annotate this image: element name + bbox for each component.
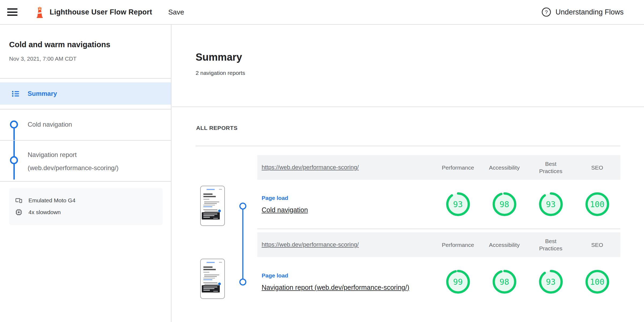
understanding-flows-label: Understanding Flows (555, 8, 624, 16)
score-gauge-accessibility: 98 (492, 269, 517, 294)
flow-header: Cold and warm navigations Nov 3, 2021, 7… (0, 25, 171, 62)
step-type-label: Page load (262, 195, 435, 201)
report-url-link[interactable]: https://web.dev/performance-scoring/ (262, 241, 359, 248)
score-gauge-best-practices: 93 (539, 269, 563, 294)
app-header: Lighthouse User Flow Report Save ? Under… (0, 0, 644, 25)
score-value: 98 (492, 192, 517, 217)
sidebar-divider (0, 140, 171, 141)
flow-timestamp: Nov 3, 2021, 7:00 AM CDT (9, 56, 162, 62)
report-section-cold-navigation: https://web.dev/performance-scoring/ Per… (257, 155, 620, 229)
sidebar-item-cold-navigation[interactable]: Cold navigation (28, 121, 72, 128)
sidebar-item-navigation-report-line2[interactable]: (web.dev/performance-scoring/) (28, 164, 119, 172)
column-header-accessibility: Accessibility (481, 241, 528, 248)
lighthouse-logo-icon (36, 6, 44, 18)
page-subtitle: 2 navigation reports (196, 70, 245, 76)
report-url-header-row: https://web.dev/performance-scoring/ Per… (257, 155, 620, 180)
save-button[interactable]: Save (168, 8, 184, 16)
column-header-best-practices: Best Practices (528, 237, 574, 252)
report-thumbnail (200, 259, 225, 299)
column-header-accessibility: Accessibility (481, 164, 528, 171)
timeline-node (10, 156, 18, 164)
svg-text:?: ? (545, 9, 548, 15)
flow-title: Cold and warm navigations (9, 40, 162, 49)
timeline-connector (13, 128, 15, 157)
report-row: Page load Cold navigation 93 98 93 100 (257, 180, 620, 229)
score-value: 98 (492, 269, 517, 294)
question-mark-circle-icon: ? (541, 7, 551, 17)
all-reports-divider (196, 146, 620, 146)
score-value: 93 (539, 269, 563, 294)
score-value: 93 (539, 192, 563, 217)
score-gauge-accessibility: 98 (492, 192, 517, 217)
report-url-header-row: https://web.dev/performance-scoring/ Per… (257, 232, 620, 257)
column-header-performance: Performance (435, 241, 481, 248)
all-reports-heading: ALL REPORTS (196, 125, 237, 131)
sidebar-item-navigation-report-line1[interactable]: Navigation report (28, 151, 77, 159)
page-title: Summary (196, 52, 242, 63)
sidebar-item-summary-label: Summary (28, 90, 57, 97)
sidebar-divider (0, 109, 171, 109)
report-name-link[interactable]: Navigation report (web.dev/performance-s… (262, 284, 409, 291)
devices-icon (15, 197, 23, 204)
list-icon (11, 89, 20, 98)
app-title: Lighthouse User Flow Report (50, 8, 152, 16)
score-value: 93 (446, 192, 470, 217)
sidebar-divider (0, 78, 171, 79)
column-header-best-practices: Best Practices (528, 160, 574, 175)
sidebar: Cold and warm navigations Nov 3, 2021, 7… (0, 25, 171, 322)
sidebar-divider (0, 181, 171, 182)
score-gauge-seo: 100 (585, 269, 610, 294)
section-divider (172, 107, 644, 107)
cpu-chip-icon (15, 208, 23, 216)
timeline-node (239, 279, 246, 286)
hamburger-menu-icon[interactable] (7, 8, 18, 16)
device-label: Emulated Moto G4 (28, 197, 75, 204)
score-value: 100 (585, 192, 610, 217)
understanding-flows-button[interactable]: ? Understanding Flows (541, 7, 624, 17)
score-gauge-performance: 93 (446, 192, 470, 217)
timeline-node (239, 203, 246, 210)
timeline-connector (13, 164, 15, 180)
main-content: Summary 2 navigation reports ALL REPORTS… (172, 25, 644, 322)
report-section-navigation-report: https://web.dev/performance-scoring/ Per… (257, 232, 620, 306)
score-value: 99 (446, 269, 470, 294)
column-header-seo: SEO (574, 164, 620, 171)
report-thumbnail (200, 186, 225, 226)
score-gauge-best-practices: 93 (539, 192, 563, 217)
timeline-connector (242, 210, 243, 279)
score-value: 100 (585, 269, 610, 294)
device-row: Emulated Moto G4 (15, 195, 163, 206)
report-name-link[interactable]: Cold navigation (262, 206, 308, 214)
score-gauge-performance: 99 (446, 269, 470, 294)
environment-box: Emulated Moto G4 4x slowdown (9, 188, 163, 225)
throttle-row: 4x slowdown (15, 206, 163, 218)
throttle-label: 4x slowdown (28, 209, 61, 215)
timeline-node (10, 120, 18, 129)
column-header-seo: SEO (574, 241, 620, 248)
report-url-link[interactable]: https://web.dev/performance-scoring/ (262, 164, 359, 171)
column-header-performance: Performance (435, 164, 481, 171)
score-gauge-seo: 100 (585, 192, 610, 217)
sidebar-item-summary[interactable]: Summary (0, 82, 171, 105)
report-row: Page load Navigation report (web.dev/per… (257, 257, 620, 306)
step-type-label: Page load (262, 272, 435, 279)
